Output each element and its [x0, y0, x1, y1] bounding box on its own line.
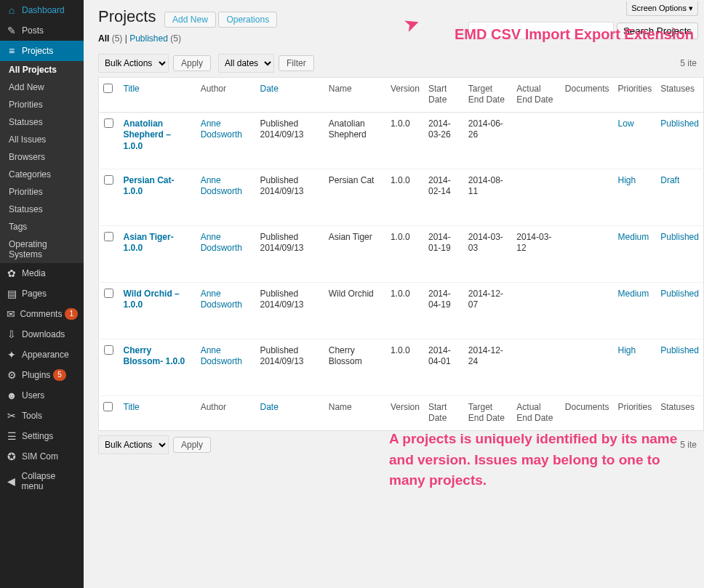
items-count: 5 ite — [680, 58, 697, 68]
row-name: Wild Orchid — [324, 282, 386, 339]
col-status: Statuses — [656, 395, 703, 430]
downloads-icon: ⇩ — [6, 329, 17, 340]
select-all-checkbox[interactable] — [103, 402, 113, 411]
add-new-button[interactable]: Add New — [164, 12, 216, 28]
table-row: Asian Tiger- 1.0.0Anne DodsworthPublishe… — [99, 225, 704, 282]
submenu-item-all-issues[interactable]: All Issues — [0, 131, 84, 148]
col-date[interactable]: Date — [255, 77, 324, 112]
appearance-icon: ✦ — [6, 349, 17, 361]
row-priority[interactable]: Medium — [618, 232, 649, 242]
row-docs — [561, 339, 614, 395]
filter-published[interactable]: Published — [129, 33, 168, 44]
sidebar-item-media[interactable]: ✿Media — [0, 263, 84, 283]
apply-button-bottom[interactable]: Apply — [173, 437, 211, 453]
col-start: Start Date — [424, 77, 464, 112]
sidebar-item-sim-com[interactable]: ✪SIM Com — [0, 446, 84, 467]
projects-icon: ≡ — [6, 45, 17, 57]
admin-sidebar: ⌂Dashboard✎Posts≡ProjectsAll ProjectsAdd… — [0, 0, 84, 588]
submenu-item-categories[interactable]: Categories — [0, 166, 84, 183]
col-date[interactable]: Date — [255, 395, 324, 430]
row-status[interactable]: Published — [660, 345, 699, 355]
apply-button-top[interactable]: Apply — [173, 55, 211, 71]
row-checkbox[interactable] — [104, 175, 113, 185]
submenu-item-tags[interactable]: Tags — [0, 218, 84, 235]
col-title[interactable]: Title — [119, 395, 196, 430]
sidebar-item-downloads[interactable]: ⇩Downloads — [0, 324, 84, 345]
bulk-actions-select-bottom[interactable]: Bulk Actions — [98, 435, 169, 454]
row-title[interactable]: Cherry Blossom- 1.0.0 — [124, 345, 185, 367]
row-name: Asian Tiger — [324, 225, 386, 282]
row-actual — [512, 282, 561, 339]
row-status[interactable]: Draft — [660, 175, 679, 185]
row-author[interactable]: Anne Dodsworth — [201, 289, 242, 310]
sidebar-item-appearance[interactable]: ✦Appearance — [0, 345, 84, 365]
collapse-menu-icon: ◀ — [6, 475, 17, 487]
col-prio: Priorities — [614, 77, 657, 112]
row-priority[interactable]: Low — [618, 118, 634, 129]
sidebar-item-label: SIM Com — [22, 451, 58, 462]
row-author[interactable]: Anne Dodsworth — [201, 345, 242, 367]
sidebar-item-label: Users — [22, 390, 44, 400]
col-title[interactable]: Title — [119, 77, 196, 112]
row-status[interactable]: Published — [660, 232, 699, 242]
row-checkbox[interactable] — [104, 289, 113, 298]
row-date: Published 2014/09/13 — [255, 339, 324, 395]
row-actual: 2014-03-12 — [512, 225, 561, 282]
sidebar-item-projects[interactable]: ≡Projects — [0, 41, 84, 61]
row-checkbox[interactable] — [104, 232, 113, 241]
row-author[interactable]: Anne Dodsworth — [201, 175, 242, 197]
sidebar-item-plugins[interactable]: ⚙Plugins5 — [0, 365, 84, 385]
bulk-actions-select[interactable]: Bulk Actions — [98, 54, 169, 73]
row-status[interactable]: Published — [660, 118, 699, 129]
submenu-item-priorities[interactable]: Priorities — [0, 96, 84, 113]
page-title: Projects — [98, 7, 156, 26]
row-date: Published 2014/09/13 — [255, 282, 324, 339]
row-priority[interactable]: High — [618, 175, 636, 185]
sidebar-item-comments[interactable]: ✉Comments1 — [0, 304, 84, 324]
posts-icon: ✎ — [6, 25, 17, 36]
sidebar-item-users[interactable]: ☻Users — [0, 385, 84, 406]
row-checkbox[interactable] — [104, 345, 113, 355]
row-title[interactable]: Wild Orchid – 1.0.0 — [124, 289, 180, 310]
dates-select[interactable]: All dates — [218, 54, 274, 73]
row-title[interactable]: Anatolian Shepherd – 1.0.0 — [124, 118, 171, 151]
submenu-item-browsers[interactable]: Browsers — [0, 148, 84, 166]
sidebar-item-collapse-menu[interactable]: ◀Collapse menu — [0, 467, 84, 496]
submenu-item-priorities[interactable]: Priorities — [0, 183, 84, 201]
row-title[interactable]: Persian Cat- 1.0.0 — [124, 175, 175, 197]
row-actual — [512, 169, 561, 225]
sidebar-item-label: Tools — [22, 411, 42, 421]
submenu-item-add-new[interactable]: Add New — [0, 78, 84, 96]
row-priority[interactable]: High — [618, 345, 636, 355]
filter-button[interactable]: Filter — [279, 55, 314, 71]
select-all-checkbox[interactable] — [103, 84, 113, 93]
row-actual — [512, 339, 561, 395]
filter-all[interactable]: All — [98, 33, 109, 44]
row-status[interactable]: Published — [660, 289, 699, 299]
row-priority[interactable]: Medium — [618, 289, 649, 299]
operations-button[interactable]: Operations — [218, 12, 277, 28]
row-author[interactable]: Anne Dodsworth — [201, 118, 242, 140]
col-name: Name — [324, 77, 386, 112]
sidebar-item-tools[interactable]: ✂Tools — [0, 406, 84, 426]
row-checkbox[interactable] — [104, 118, 113, 128]
settings-icon: ☰ — [6, 430, 17, 442]
row-author[interactable]: Anne Dodsworth — [201, 232, 242, 254]
sidebar-item-settings[interactable]: ☰Settings — [0, 426, 84, 446]
submenu-item-statuses[interactable]: Statuses — [0, 201, 84, 218]
row-start: 2014-04-19 — [424, 282, 464, 339]
submenu-item-statuses[interactable]: Statuses — [0, 113, 84, 131]
sidebar-item-dashboard[interactable]: ⌂Dashboard — [0, 0, 84, 20]
row-title[interactable]: Asian Tiger- 1.0.0 — [124, 232, 174, 254]
sidebar-item-label: Dashboard — [22, 5, 65, 15]
tools-icon: ✂ — [6, 410, 17, 422]
submenu-item-operating-systems[interactable]: Operating Systems — [0, 235, 84, 263]
screen-options-button[interactable]: Screen Options ▾ — [626, 1, 698, 16]
media-icon: ✿ — [6, 267, 17, 279]
sidebar-item-pages[interactable]: ▤Pages — [0, 283, 84, 304]
sidebar-item-posts[interactable]: ✎Posts — [0, 20, 84, 41]
row-version: 1.0.0 — [386, 225, 424, 282]
col-target: Target End Date — [464, 77, 513, 112]
submenu-item-all-projects[interactable]: All Projects — [0, 61, 84, 78]
row-target: 2014-12-24 — [464, 339, 513, 395]
